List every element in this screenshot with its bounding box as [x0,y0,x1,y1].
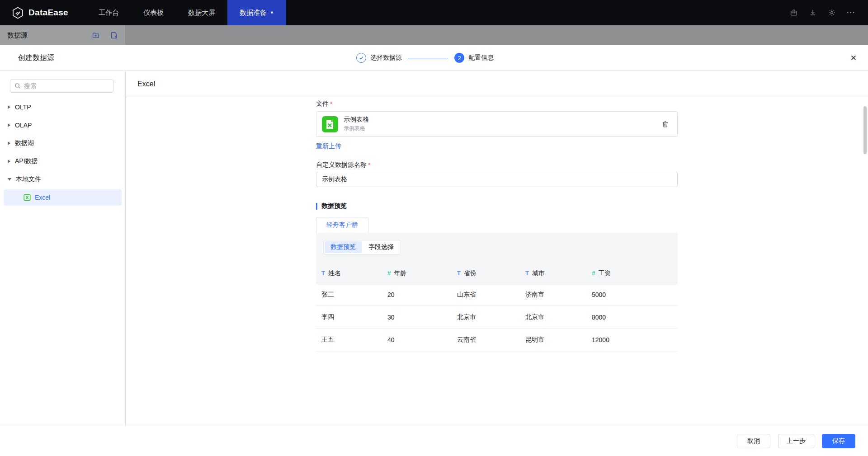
cancel-button[interactable]: 取消 [737,434,770,448]
uploaded-file-card: 示例表格 示例表格 [316,111,678,137]
dialog-footer: 取消 上一步 保存 [0,426,868,456]
nav-item-dashboard[interactable]: 仪表板 [131,0,176,25]
nav-item-screen[interactable]: 数据大屏 [176,0,227,25]
dialog-header: 创建数据源 选择数据源 2 配置信息 ✕ [0,45,868,71]
main-nav: 工作台 仪表板 数据大屏 数据准备 ▼ [86,0,286,25]
cell: 12000 [592,336,672,343]
datasource-name-label: 自定义数据源名称 [316,160,678,169]
excel-file-icon [24,194,31,201]
cell: 山东省 [457,291,525,299]
step-2-circle: 2 [454,53,464,63]
cell: 30 [387,314,457,321]
cell: 5000 [592,291,672,298]
column-header: # 工资 [592,269,672,277]
config-scroll-area: 文件 示例表格 示例表格 [126,97,868,426]
datasource-name-input[interactable] [316,172,678,187]
column-header: T 城市 [525,269,592,277]
table-header-row: T 姓名 # 年龄 T 省份 T 城市 [316,263,678,283]
cell: 8000 [592,314,672,321]
cell: 李四 [321,313,387,321]
table-row: 李四 30 北京市 北京市 8000 [316,306,678,329]
search-icon [14,83,21,89]
download-icon[interactable] [809,9,817,17]
brand[interactable]: DataEase [0,0,86,25]
tree-item-oltp[interactable]: OLTP [4,99,122,115]
column-name: 省份 [464,269,476,277]
tree-item-api[interactable]: API数据 [4,153,122,169]
caret-right-icon [8,141,10,145]
reupload-link[interactable]: 重新上传 [316,142,341,150]
cell: 张三 [321,291,387,299]
column-header: T 省份 [457,269,525,277]
tab-field-select[interactable]: 字段选择 [363,241,400,253]
search-input[interactable] [24,82,109,89]
tree-item-datalake[interactable]: 数据湖 [4,135,122,151]
text-field-icon: T [525,270,529,277]
cell: 云南省 [457,336,525,344]
step-connector-line [408,58,448,58]
vertical-scrollbar-thumb[interactable] [863,106,867,154]
tree-label: OLTP [15,103,31,111]
file-name: 示例表格 [344,116,369,124]
sheet-tabs: 轻舟客户群 [316,217,678,233]
tab-data-preview[interactable]: 数据预览 [325,241,362,253]
previous-step-button[interactable]: 上一步 [778,434,814,448]
table-row: 张三 20 山东省 济南市 5000 [316,283,678,306]
top-navbar: DataEase 工作台 仪表板 数据大屏 数据准备 ▼ ··· [0,0,868,25]
table-row: 王五 40 云南省 昆明市 12000 [316,329,678,351]
file-field-label: 文件 [316,99,678,108]
column-name: 城市 [532,269,545,277]
text-field-icon: T [457,270,461,277]
caret-down-icon [8,178,11,181]
tree-label: Excel [35,194,50,201]
preview-table: T 姓名 # 年龄 T 省份 T 城市 [316,263,678,351]
dataease-logo-icon [12,7,24,19]
tree-label: API数据 [15,157,38,165]
cell: 20 [387,291,457,298]
tree-item-local-file[interactable]: 本地文件 [4,171,122,188]
cell: 昆明市 [525,336,592,344]
save-button[interactable]: 保存 [822,434,855,448]
datasource-type-sidebar: OLTP OLAP 数据湖 API数据 本地文件 [0,71,126,426]
tree-item-olap[interactable]: OLAP [4,117,122,133]
column-header: # 年龄 [387,269,457,277]
create-datasource-dialog: 创建数据源 选择数据源 2 配置信息 ✕ OLTP [0,45,868,456]
cell: 济南市 [525,291,592,299]
nav-item-label: 数据准备 [240,9,267,17]
column-name: 年龄 [394,269,406,277]
nav-item-data-prep[interactable]: 数据准备 ▼ [227,0,286,25]
cell: 40 [387,336,457,343]
column-header: T 姓名 [321,269,387,277]
datasource-panel-header: 数据源 [0,25,126,45]
search-input-wrapper[interactable] [10,79,113,93]
section-accent-bar [316,203,317,210]
toolbox-icon[interactable] [790,9,798,17]
data-preview-section-title: 数据预览 [321,202,347,210]
step-done-check-icon [356,53,366,63]
number-field-icon: # [387,270,391,277]
delete-file-icon[interactable] [661,120,669,128]
sheet-tab-active[interactable]: 轻舟客户群 [316,217,368,233]
new-folder-icon[interactable] [92,31,100,39]
dimmed-background-strip: 数据源 [0,25,868,45]
close-icon[interactable]: ✕ [850,54,857,62]
datasource-type-tree: OLTP OLAP 数据湖 API数据 本地文件 [0,99,125,206]
config-main-area: Excel 文件 示例表格 示例表格 [126,71,868,426]
cell: 王五 [321,336,387,344]
caret-right-icon [8,123,10,127]
text-field-icon: T [321,270,325,277]
preview-panel: 数据预览 字段选择 T 姓名 # 年龄 [316,233,678,352]
column-name: 姓名 [328,269,341,277]
cell: 北京市 [525,313,592,321]
dialog-title: 创建数据源 [18,53,54,63]
datasource-panel-title: 数据源 [7,31,28,40]
settings-gear-icon[interactable] [828,9,836,17]
tree-label: 数据湖 [15,139,34,147]
nav-item-workbench[interactable]: 工作台 [86,0,131,25]
step-1-label: 选择数据源 [370,54,402,62]
more-icon[interactable]: ··· [847,9,855,17]
caret-right-icon [8,160,10,163]
new-file-icon[interactable] [110,31,118,39]
tree-item-excel[interactable]: Excel [4,189,122,206]
excel-file-badge-icon [322,116,338,132]
